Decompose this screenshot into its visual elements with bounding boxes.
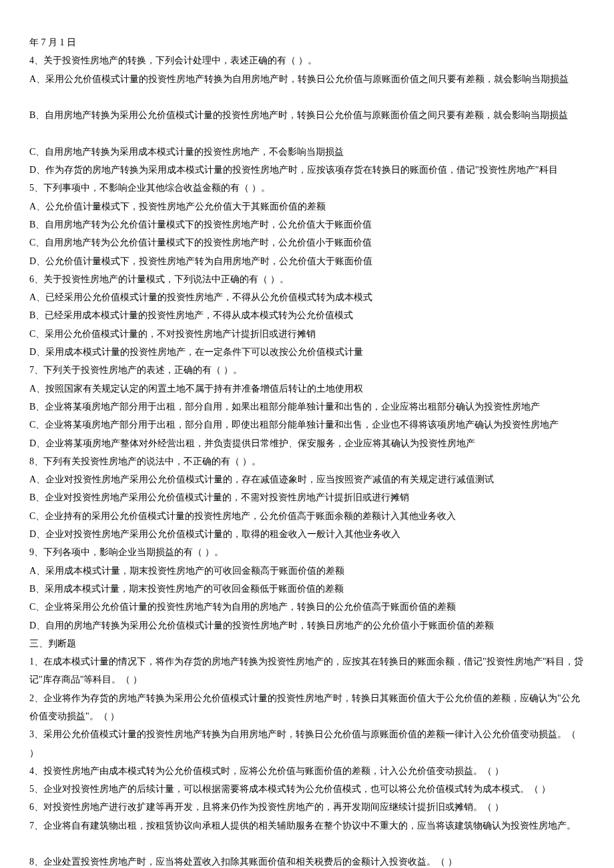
text-line: D、公允价值计量模式下，投资性房地产转为自用房地产时，公允价值大于账面价值 (29, 252, 585, 270)
text-line: C、自用房地产转换为采用成本模式计量的投资性房地产，不会影响当期损益 (29, 143, 585, 161)
text-line: B、自用房地产转为公允价值计量模式下的投资性房地产时，公允价值大于账面价值 (29, 215, 585, 234)
text-line: B、企业对投资性房地产采用公允价值模式计量的，不需对投资性房地产计提折旧或进行摊… (29, 488, 585, 506)
text-line: 三、判断题 (29, 634, 585, 653)
text-line: C、自用房地产转为公允价值计量模式下的投资性房地产时，公允价值小于账面价值 (29, 234, 585, 252)
text-line: 7、下列关于投资性房地产的表述，正确的有（ ）。 (29, 361, 585, 379)
text-line: 7、企业将自有建筑物出租，按租赁协议向承租人提供的相关辅助服务在整个协议中不重大… (29, 817, 585, 835)
text-line: D、自用的房地产转换为采用公允价值模式计量的投资性房地产时，转换日房地产的公允价… (29, 616, 585, 634)
text-line: 4、投资性房地产由成本模式转为公允价值模式时，应将公允价值与账面价值的差额，计入… (29, 762, 585, 780)
text-line: 3、采用公允价值模式计量的投资性房地产转换为自用房地产时，转换日公允价值与原账面… (29, 725, 585, 762)
text-line: D、采用成本模式计量的投资性房地产，在一定条件下可以改按公允价值模式计量 (29, 343, 585, 361)
text-line: 8、企业处置投资性房地产时，应当将处置收入扣除其账面价值和相关税费后的金额计入投… (29, 853, 585, 868)
text-line: 2、企业将作为存货的房地产转换为采用公允价值模式计量的投资性房地产时，转换日其账… (29, 689, 585, 726)
text-line: A、企业对投资性房地产采用公允价值模式计量的，存在减值迹象时，应当按照资产减值的… (29, 470, 585, 488)
text-line: A、按照国家有关规定认定的闲置土地不属于持有并准备增值后转让的土地使用权 (29, 380, 585, 398)
text-line: 8、下列有关投资性房地产的说法中，不正确的有（ ）。 (29, 452, 585, 470)
text-line: A、采用公允价值模式计量的投资性房地产转换为自用房地产时，转换日公允价值与原账面… (29, 70, 585, 88)
text-line (29, 124, 585, 142)
text-line: 年 7 月 1 日 (29, 33, 585, 51)
text-line: A、已经采用公允价值模式计量的投资性房地产，不得从公允价值模式转为成本模式 (29, 288, 585, 306)
text-line: D、作为存货的房地产转换为采用成本模式计量的投资性房地产时，应按该项存货在转换日… (29, 161, 585, 179)
text-line: 5、企业对投资性房地产的后续计量，可以根据需要将成本模式转为公允价值模式，也可以… (29, 780, 585, 798)
text-line (29, 88, 585, 106)
text-line: C、企业将某项房地产部分用于出租，部分自用，即使出租部分能单独计量和出售，企业也… (29, 416, 585, 434)
text-line: B、采用成本模式计量，期末投资性房地产的可收回金额低于账面价值的差额 (29, 580, 585, 598)
text-line: 6、关于投资性房地产的计量模式，下列说法中正确的有（ ）。 (29, 270, 585, 288)
text-line: D、企业对投资性房地产采用公允价值模式计量的，取得的租金收入一般计入其他业务收入 (29, 525, 585, 543)
text-line: A、采用成本模式计量，期末投资性房地产的可收回金额高于账面价值的差额 (29, 562, 585, 580)
text-line: B、自用房地产转换为采用公允价值模式计量的投资性房地产时，转换日公允价值与原账面… (29, 106, 585, 124)
text-line: 6、对投资性房地产进行改扩建等再开发，且将来仍作为投资性房地产的，再开发期间应继… (29, 798, 585, 816)
text-line: 9、下列各项中，影响企业当期损益的有（ ）。 (29, 543, 585, 561)
text-line (29, 835, 585, 853)
text-line: C、企业将采用公允价值计量的投资性房地产转为自用的房地产，转换日的公允价值高于账… (29, 598, 585, 616)
text-line: 1、在成本模式计量的情况下，将作为存货的房地产转换为投资性房地产的，应按其在转换… (29, 653, 585, 689)
text-line: A、公允价值计量模式下，投资性房地产公允价值大于其账面价值的差额 (29, 197, 585, 215)
text-line: C、采用公允价值模式计量的，不对投资性房地产计提折旧或进行摊销 (29, 325, 585, 343)
text-line: B、企业将某项房地产部分用于出租，部分自用，如果出租部分能单独计量和出售的，企业… (29, 398, 585, 416)
document-content: 年 7 月 1 日4、关于投资性房地产的转换，下列会计处理中，表述正确的有（ ）… (29, 33, 585, 868)
text-line: D、企业将某项房地产整体对外经营出租，并负责提供日常维护、保安服务，企业应将其确… (29, 434, 585, 452)
text-line: 4、关于投资性房地产的转换，下列会计处理中，表述正确的有（ ）。 (29, 51, 585, 69)
text-line: B、已经采用成本模式计量的投资性房地产，不得从成本模式转为公允价值模式 (29, 306, 585, 324)
text-line: C、企业持有的采用公允价值模式计量的投资性房地产，公允价值高于账面余额的差额计入… (29, 507, 585, 525)
text-line: 5、下列事项中，不影响企业其他综合收益金额的有（ ）。 (29, 179, 585, 197)
